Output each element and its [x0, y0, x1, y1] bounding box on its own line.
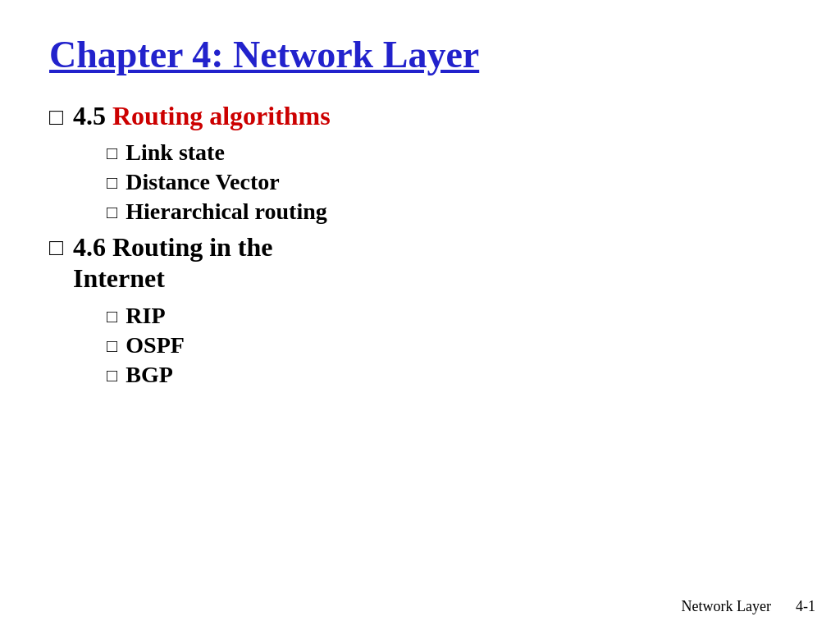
sub-item-rip: □ RIP	[107, 303, 791, 329]
slide: Chapter 4: Network Layer □ 4.5 Routing a…	[0, 0, 840, 630]
item-45-num: 4.5	[73, 101, 112, 130]
sub-bullet-3: □	[107, 202, 117, 223]
sub-label-rip: RIP	[126, 303, 165, 329]
sub-bullet-bgp: □	[107, 365, 117, 386]
slide-content: □ 4.5 Routing algorithms □ Link state □ …	[49, 101, 791, 388]
sub-item-distance-vector: □ Distance Vector	[107, 169, 791, 195]
sub-item-bgp: □ BGP	[107, 362, 791, 388]
sub-item-link-state: □ Link state	[107, 139, 791, 166]
main-item-46: □ 4.6 Routing in theInternet □ RIP □ OSP…	[49, 231, 791, 388]
bullet-45: □	[49, 104, 63, 130]
sub-label-distance-vector: Distance Vector	[126, 169, 279, 195]
sub-label-hierarchical: Hierarchical routing	[126, 199, 327, 225]
sub-bullet-ospf: □	[107, 336, 117, 357]
sub-bullet-1: □	[107, 143, 117, 164]
sub-label-bgp: BGP	[126, 362, 173, 388]
sub-list-45: □ Link state □ Distance Vector □ Hierarc…	[107, 139, 791, 225]
sub-item-ospf: □ OSPF	[107, 332, 791, 358]
item-46-text: 4.6 Routing in theInternet	[73, 231, 273, 294]
main-item-45-row: □ 4.5 Routing algorithms	[49, 101, 791, 131]
slide-title: Chapter 4: Network Layer	[49, 33, 791, 76]
main-item-46-row: □ 4.6 Routing in theInternet	[49, 231, 791, 294]
sub-label-link-state: Link state	[126, 139, 225, 166]
item-45-label: Routing algorithms	[112, 101, 331, 130]
sub-list-46: □ RIP □ OSPF □ BGP	[107, 303, 791, 388]
sub-bullet-2: □	[107, 172, 117, 194]
bullet-46: □	[49, 235, 63, 261]
item-45-text: 4.5 Routing algorithms	[73, 101, 331, 131]
sub-bullet-rip: □	[107, 306, 117, 327]
sub-item-hierarchical: □ Hierarchical routing	[107, 199, 791, 225]
footer-label: Network Layer	[682, 598, 771, 615]
sub-label-ospf: OSPF	[126, 332, 185, 358]
main-item-45: □ 4.5 Routing algorithms □ Link state □ …	[49, 101, 791, 225]
slide-footer: Network Layer 4-1	[682, 598, 815, 615]
footer-page: 4-1	[796, 598, 815, 615]
